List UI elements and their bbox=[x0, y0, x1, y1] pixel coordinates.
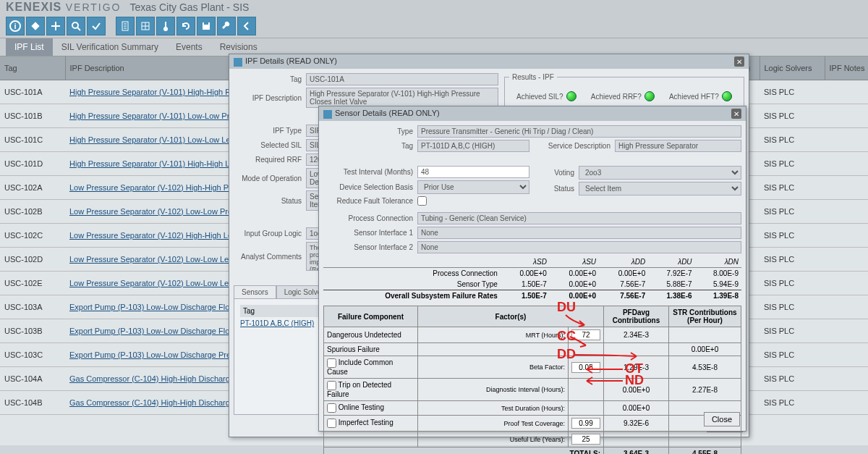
pc-field: Tubing - Generic (Clean Service) bbox=[417, 212, 741, 224]
grid-icon[interactable] bbox=[136, 17, 155, 35]
rrf-light-icon bbox=[644, 91, 655, 101]
sensor-modal-title-bar[interactable]: Sensor Details (READ ONLY) ✕ bbox=[319, 106, 746, 121]
test-interval-field[interactable]: 48 bbox=[417, 166, 529, 178]
svg-rect-17 bbox=[204, 22, 208, 25]
modal-icon bbox=[234, 58, 242, 67]
tab-events[interactable]: Events bbox=[167, 38, 211, 56]
close-icon[interactable]: ✕ bbox=[731, 109, 741, 119]
failure-table: Failure Component Factor(s) PFDavg Contr… bbox=[323, 306, 741, 454]
logo: KENEXIS VERTIGO bbox=[6, 1, 121, 14]
info-icon[interactable]: i bbox=[6, 17, 25, 35]
svg-rect-4 bbox=[51, 25, 60, 27]
status-select[interactable]: Select Item bbox=[579, 182, 741, 196]
thermometer-icon[interactable] bbox=[156, 17, 175, 35]
svg-point-15 bbox=[163, 27, 168, 31]
back-arrow-icon[interactable] bbox=[237, 17, 256, 35]
tab-ipf-list[interactable]: IPF List bbox=[6, 38, 53, 56]
sil-light-icon bbox=[566, 91, 576, 101]
refresh-icon[interactable] bbox=[176, 17, 195, 35]
si2-field: None bbox=[417, 241, 741, 253]
save-icon[interactable] bbox=[197, 17, 216, 35]
tab-sil-summary[interactable]: SIL Verification Summary bbox=[53, 38, 167, 56]
rft-checkbox[interactable] bbox=[417, 196, 427, 206]
wrench-icon[interactable] bbox=[217, 17, 236, 35]
svg-point-5 bbox=[72, 22, 78, 28]
search-icon[interactable] bbox=[67, 17, 85, 35]
svg-rect-2 bbox=[31, 22, 39, 30]
sensor-type-field: Pressure Transmitter - Generic (Hi Trip … bbox=[417, 125, 741, 138]
sensor-tag-field: PT-101D A,B,C (HIGH) bbox=[417, 140, 529, 152]
ipf-tag-field: USC-101A bbox=[306, 73, 498, 85]
voting-select[interactable]: 2oo3 bbox=[579, 166, 741, 180]
sensor-link[interactable]: PT-101D A,B,C (HIGH) bbox=[240, 319, 314, 327]
main-toolbar: i bbox=[0, 14, 868, 38]
lambda-table: λSDλSUλDDλDUλDN Process Connection0.00E+… bbox=[323, 256, 741, 301]
sensor-details-modal: Sensor Details (READ ONLY) ✕ TypePressur… bbox=[318, 106, 746, 432]
check-icon[interactable] bbox=[87, 17, 106, 35]
th-ls[interactable]: Logic Solvers bbox=[760, 56, 825, 80]
ipf-desc-field: High Pressure Separator (V-101) High-Hig… bbox=[306, 88, 498, 108]
subtab-sensors[interactable]: Sensors bbox=[234, 285, 276, 298]
th-notes[interactable]: IPF Notes bbox=[825, 56, 868, 80]
svg-text:i: i bbox=[14, 22, 16, 30]
project-title: Texas City Gas Plant - SIS bbox=[129, 1, 249, 13]
th-tag[interactable]: Tag bbox=[0, 56, 65, 80]
clipboard-icon[interactable] bbox=[116, 17, 135, 35]
close-icon[interactable]: ✕ bbox=[734, 56, 744, 67]
app-header: KENEXIS VERTIGO Texas City Gas Plant - S… bbox=[0, 0, 868, 14]
hft-light-icon bbox=[722, 91, 732, 101]
modal-icon bbox=[323, 110, 332, 119]
svg-line-6 bbox=[77, 28, 80, 30]
plus-icon[interactable] bbox=[46, 17, 65, 35]
si1-field: None bbox=[417, 227, 741, 239]
sensor-svc-field: High Pressure Separator bbox=[615, 140, 741, 152]
sensor-close-button[interactable]: Close bbox=[704, 412, 740, 426]
ipf-modal-title-bar[interactable]: IPF Details (READ ONLY) ✕ bbox=[229, 54, 749, 69]
diamond-icon[interactable] bbox=[26, 17, 45, 35]
dsb-select[interactable]: Prior Use bbox=[417, 180, 529, 194]
